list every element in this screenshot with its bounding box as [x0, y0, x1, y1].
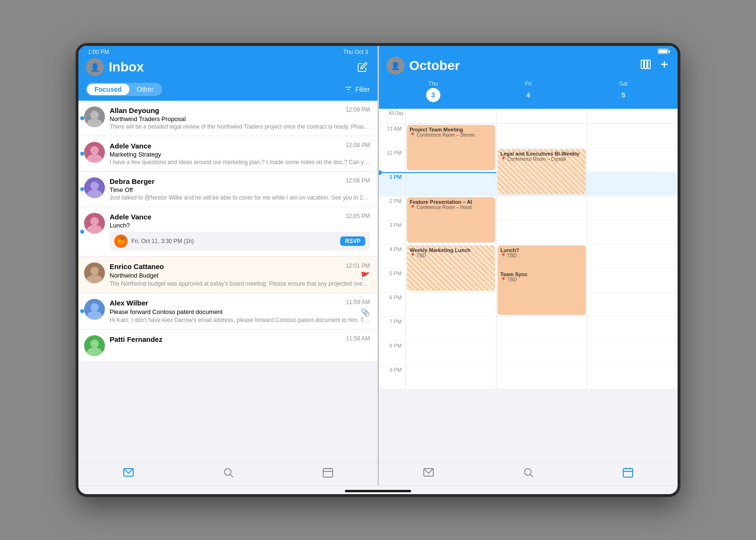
events-area: Weekly Marketing Lunch 📍 TBD Lunch? 📍 TB… — [405, 244, 678, 268]
mail-subject: Northwind Traders Proposal — [110, 115, 370, 122]
mail-top: Adele Vance 12:05 PM — [110, 213, 370, 221]
sat-col-11 — [587, 124, 678, 148]
mail-content: Patti Fernandez 11:58 AM — [110, 335, 370, 356]
mail-time: 12:08 PM — [346, 142, 370, 148]
day-label: Fri — [481, 80, 575, 87]
focused-other-tabs: Focused Other — [86, 83, 162, 96]
cal-body: All Day 11 AM Project Team Meeting — [379, 109, 678, 462]
inbox-title: Inbox — [109, 60, 144, 75]
event-title: Lunch? — [500, 247, 583, 253]
screen: 1:00 PM Thu Oct 3 👤 Inbox — [78, 46, 678, 486]
event-block-legal[interactable]: Legal and Executives Bi-Weekly 📍 Confere… — [498, 149, 586, 194]
event-icon: 🍊 — [114, 235, 128, 248]
mail-item[interactable]: Adele Vance 12:05 PM Lunch? 🍊 Fri, Oct 1… — [78, 207, 378, 257]
event-invite-left: 🍊 Fri, Oct 11, 3:30 PM (1h) — [114, 235, 194, 248]
day-tab-thu[interactable]: Thu 3 — [387, 78, 480, 104]
hour-4pm: 4 PM Weekly Marketing Lunch 📍 TBD Lu — [379, 244, 678, 269]
event-block-feature[interactable]: Feature Presentation – AI 📍 Conference R… — [407, 197, 495, 243]
sat-col-1 — [587, 172, 678, 196]
mail-panel: 1:00 PM Thu Oct 3 👤 Inbox — [78, 46, 378, 486]
mail-tab[interactable] — [123, 467, 134, 478]
hour-7pm: 7 PM — [379, 317, 678, 341]
day-num: 4 — [521, 88, 535, 102]
thu-col-7 — [405, 317, 496, 340]
time-label: 1 PM — [379, 172, 405, 196]
mail-content: Adele Vance 12:08 PM Marketing Strategy … — [110, 142, 370, 165]
day-tab-fri[interactable]: Fri 4 — [481, 78, 575, 104]
all-day-thu — [405, 109, 496, 123]
mail-list: Allan Deyoung 12:09 PM Northwind Traders… — [78, 101, 378, 462]
calendar-tab[interactable] — [322, 467, 334, 478]
sat-col-5 — [587, 269, 678, 292]
time-label: 6 PM — [379, 293, 405, 316]
search-tab[interactable] — [223, 467, 234, 478]
mail-preview: I have a few questions and ideas around … — [110, 159, 370, 165]
cal-calendar-tab[interactable] — [622, 467, 634, 478]
thu-col-11: Project Team Meeting 📍 Conference Room –… — [405, 124, 496, 148]
event-location: 📍 Conference Room – Hood — [410, 205, 492, 210]
sat-col-4 — [587, 244, 678, 268]
thu-col-9 — [405, 365, 496, 389]
event-location: 📍 TBD — [410, 253, 492, 258]
sat-col-8 — [587, 341, 678, 365]
rsvp-button[interactable]: RSVP — [340, 236, 365, 246]
user-avatar[interactable]: 👤 — [86, 58, 104, 76]
mail-sender: Enrico Cattaneo — [110, 262, 164, 270]
compose-button[interactable] — [355, 60, 370, 75]
event-location: 📍 Conference Room – Steven — [410, 132, 492, 138]
mail-content: Enrico Cattaneo 12:01 PM Northwind Budge… — [110, 262, 370, 287]
event-block-team-sync[interactable]: Team Sync 📍 TBD — [498, 270, 586, 315]
fri-col-4: Lunch? 📍 TBD — [496, 244, 587, 268]
mail-content: Adele Vance 12:05 PM Lunch? 🍊 Fri, Oct 1… — [110, 213, 370, 251]
events-area — [405, 341, 678, 365]
hour-9pm: 9 PM — [379, 365, 678, 389]
event-location: 📍 Conference Room – Crystal — [500, 157, 583, 162]
filter-button[interactable]: Filter — [344, 85, 370, 94]
mail-item[interactable]: Patti Fernandez 11:58 AM — [78, 330, 378, 362]
time-label: 2 PM — [379, 196, 405, 220]
day-num: 3 — [426, 88, 440, 102]
mail-subject: Lunch? — [110, 222, 370, 229]
all-day-label: All Day — [379, 109, 405, 123]
svg-line-19 — [230, 475, 233, 478]
mail-item[interactable]: Debra Berger 12:06 PM Time Off Just talk… — [78, 172, 378, 207]
mail-time: 12:09 PM — [346, 106, 370, 113]
cal-user-avatar[interactable]: 👤 — [387, 57, 404, 75]
filter-label: Filter — [355, 86, 370, 93]
thu-col-4: Weekly Marketing Lunch 📍 TBD — [405, 244, 496, 268]
mail-item[interactable]: Alex Wilber 11:59 AM Please forward Cont… — [78, 293, 378, 330]
other-tab[interactable]: Other — [129, 84, 161, 95]
cal-add-button[interactable] — [659, 59, 670, 73]
time-label: 12 PM — [379, 148, 405, 172]
cal-search-tab[interactable] — [523, 467, 534, 478]
mail-content: Allan Deyoung 12:09 PM Northwind Traders… — [110, 106, 370, 130]
avatar — [84, 177, 105, 198]
svg-point-6 — [87, 154, 102, 163]
cal-mail-tab[interactable] — [423, 467, 434, 478]
status-bar-right — [387, 46, 670, 55]
mail-item[interactable]: Enrico Cattaneo 12:01 PM Northwind Budge… — [78, 257, 378, 293]
cal-title-row: 👤 October — [387, 55, 670, 78]
events-area — [405, 317, 678, 340]
mail-time: 11:58 AM — [346, 335, 370, 342]
fri-col-8 — [496, 341, 587, 365]
thu-col-2: Feature Presentation – AI 📍 Conference R… — [405, 196, 496, 220]
focused-tab[interactable]: Focused — [87, 84, 129, 95]
mail-bottom-bar — [78, 462, 378, 486]
mail-sender: Alex Wilber — [110, 299, 148, 307]
svg-point-18 — [224, 469, 231, 475]
event-block-marketing-lunch[interactable]: Weekly Marketing Lunch 📍 TBD — [407, 245, 495, 291]
svg-point-3 — [90, 111, 99, 119]
mail-item[interactable]: Allan Deyoung 12:09 PM Northwind Traders… — [78, 101, 378, 136]
day-tab-sat[interactable]: Sat 5 — [577, 78, 670, 104]
mail-item[interactable]: Adele Vance 12:08 PM Marketing Strategy … — [78, 136, 378, 172]
svg-rect-26 — [648, 60, 650, 69]
mail-sender: Adele Vance — [110, 213, 151, 221]
flag-icon: 🚩 — [361, 271, 370, 280]
mail-time: 11:59 AM — [346, 299, 370, 305]
cal-view-toggle[interactable] — [640, 59, 651, 73]
event-block-project-meeting[interactable]: Project Team Meeting 📍 Conference Room –… — [407, 125, 495, 170]
mail-top: Allan Deyoung 12:09 PM — [110, 106, 370, 114]
svg-point-13 — [90, 303, 99, 312]
svg-point-16 — [87, 348, 102, 356]
